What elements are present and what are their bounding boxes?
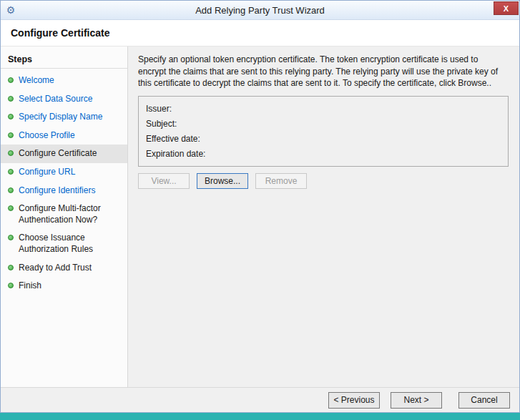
step-label: Select Data Source	[19, 94, 92, 105]
steps-title: Steps	[1, 52, 127, 68]
cert-field-label: Expiration date:	[146, 149, 205, 159]
step-label: Finish	[19, 280, 41, 292]
step-status-icon	[8, 205, 14, 211]
step-item-configure-certificate: Configure Certificate	[1, 145, 127, 163]
wizard-app-icon: ⚙	[5, 4, 16, 16]
cert-field-label: Issuer:	[146, 104, 172, 114]
cert-field-effective-date: Effective date:	[146, 132, 501, 147]
step-item-specify-display-name[interactable]: Specify Display Name	[1, 108, 127, 127]
content-area: Steps WelcomeSelect Data SourceSpecify D…	[1, 47, 519, 387]
step-status-icon	[8, 150, 14, 156]
step-item-choose-issuance-authorization-rules: Choose Issuance Authorization Rules	[1, 229, 127, 258]
previous-button[interactable]: < Previous	[328, 392, 380, 409]
step-status-icon	[8, 283, 14, 288]
description-text: Specify an optional token encryption cer…	[138, 54, 509, 89]
cert-field-label: Subject:	[146, 119, 177, 129]
steps-list: WelcomeSelect Data SourceSpecify Display…	[1, 72, 127, 296]
step-label: Choose Issuance Authorization Rules	[19, 233, 123, 255]
step-status-icon	[8, 132, 14, 138]
browse-button[interactable]: Browse...	[197, 173, 248, 189]
step-label: Configure Identifiers	[19, 185, 95, 197]
step-status-icon	[8, 235, 14, 240]
step-item-choose-profile[interactable]: Choose Profile	[1, 127, 127, 145]
step-label: Configure URL	[19, 167, 75, 178]
desktop-background: ⚙ Add Relying Party Trust Wizard X Confi…	[0, 0, 520, 420]
wizard-window: ⚙ Add Relying Party Trust Wizard X Confi…	[0, 0, 520, 413]
page-header: Configure Certificate	[1, 20, 519, 47]
cert-field-expiration-date: Expiration date:	[146, 147, 501, 162]
step-label: Ready to Add Trust	[19, 263, 92, 274]
steps-sidebar: Steps WelcomeSelect Data SourceSpecify D…	[1, 47, 128, 387]
view-button[interactable]: View...	[138, 173, 190, 189]
step-label: Specify Display Name	[19, 112, 102, 123]
certificate-actions: View...Browse...Remove	[138, 173, 509, 189]
cert-field-issuer: Issuer:	[146, 102, 501, 117]
close-button[interactable]: X	[494, 1, 519, 15]
page-title: Configure Certificate	[11, 27, 109, 39]
step-item-welcome[interactable]: Welcome	[1, 72, 127, 90]
step-label: Configure Certificate	[19, 148, 97, 160]
wizard-footer: < PreviousNext >Cancel	[1, 387, 519, 412]
certificate-info-box: Issuer:Subject:Effective date:Expiration…	[138, 96, 509, 167]
step-item-finish: Finish	[1, 277, 127, 296]
step-item-ready-to-add-trust: Ready to Add Trust	[1, 259, 127, 278]
remove-button[interactable]: Remove	[255, 173, 307, 189]
next-button[interactable]: Next >	[391, 392, 442, 409]
cert-field-subject: Subject:	[146, 117, 501, 132]
cert-field-label: Effective date:	[146, 134, 200, 144]
step-item-configure-url[interactable]: Configure URL	[1, 163, 127, 182]
step-label: Choose Profile	[19, 130, 75, 142]
step-item-select-data-source[interactable]: Select Data Source	[1, 90, 127, 109]
step-status-icon	[8, 77, 14, 83]
step-status-icon	[8, 114, 14, 119]
steps-divider	[1, 68, 127, 69]
step-item-configure-identifiers[interactable]: Configure Identifiers	[1, 182, 127, 200]
step-status-icon	[8, 96, 14, 102]
step-status-icon	[8, 169, 14, 175]
window-title: Add Relying Party Trust Wizard	[1, 5, 519, 16]
step-status-icon	[8, 187, 14, 193]
step-item-configure-multi-factor-authentication-now: Configure Multi-factor Authentication No…	[1, 200, 127, 229]
close-icon: X	[504, 4, 509, 13]
main-panel: Specify an optional token encryption cer…	[128, 47, 519, 387]
step-label: Configure Multi-factor Authentication No…	[19, 203, 123, 225]
step-status-icon	[8, 265, 14, 270]
cancel-button[interactable]: Cancel	[458, 392, 510, 409]
step-label: Welcome	[19, 75, 54, 87]
titlebar[interactable]: ⚙ Add Relying Party Trust Wizard X	[1, 1, 519, 20]
